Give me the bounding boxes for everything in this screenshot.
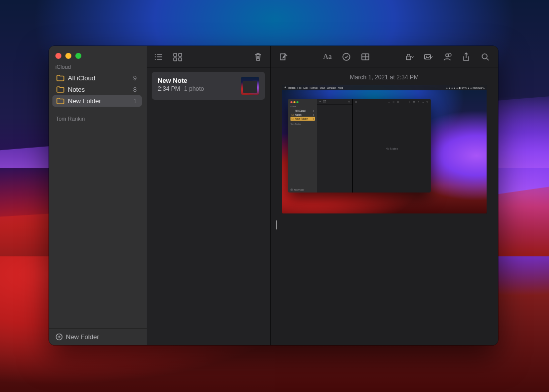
svg-rect-24: [409, 102, 410, 103]
close-button[interactable]: [55, 53, 61, 59]
sidebar: iCloud All iCloud 9 Notes 8 New Folder 1…: [49, 46, 147, 345]
new-folder-label: New Folder: [66, 333, 99, 341]
svg-rect-18: [325, 101, 326, 102]
note-time: 2:34 PM: [158, 85, 180, 92]
folder-count: 8: [133, 86, 137, 93]
svg-point-26: [418, 101, 419, 102]
svg-rect-7: [179, 58, 182, 61]
embedded-notes-window: iCloud All iCloud8 Notes8 New Folder0 To…: [288, 99, 431, 193]
sidebar-user-section: Tom Rankin: [55, 116, 142, 122]
svg-point-27: [427, 101, 428, 102]
list-view-button[interactable]: [154, 52, 164, 61]
apple-icon: [284, 86, 286, 89]
note-attachment-count: 1 photo: [184, 85, 204, 92]
notes-window: iCloud All iCloud 9 Notes 8 New Folder 1…: [49, 46, 498, 345]
window-controls: [49, 46, 147, 59]
svg-rect-17: [324, 101, 325, 102]
svg-rect-5: [179, 53, 182, 56]
folder-icon: [56, 75, 64, 81]
folder-notes[interactable]: Notes 8: [52, 84, 142, 95]
media-button[interactable]: [423, 52, 433, 61]
embedded-menubar: Notes File Edit Format View Window Help …: [282, 85, 487, 90]
table-button[interactable]: [360, 52, 370, 61]
folder-icon: [56, 86, 64, 93]
chevron-down-icon: [430, 55, 433, 59]
note-attachment-image[interactable]: Notes File Edit Format View Window Help …: [282, 85, 487, 213]
delete-note-button[interactable]: [253, 52, 263, 61]
note-list-item[interactable]: New Note 2:34 PM 1 photo: [152, 72, 265, 100]
editor-body[interactable]: March 1, 2021 at 2:34 PM Notes File Edit…: [271, 68, 498, 345]
svg-rect-25: [413, 101, 415, 103]
svg-point-3: [155, 59, 156, 60]
svg-point-15: [482, 54, 487, 59]
format-text-button[interactable]: Aa: [322, 52, 332, 61]
gallery-view-button[interactable]: [173, 52, 183, 61]
svg-point-12: [426, 56, 427, 57]
note-thumbnail: [241, 77, 259, 95]
note-date-label: March 1, 2021 at 2:34 PM: [350, 74, 419, 81]
folder-count: 9: [133, 74, 137, 82]
svg-rect-10: [406, 56, 411, 60]
svg-rect-4: [174, 53, 177, 56]
checklist-button[interactable]: [341, 52, 351, 61]
folder-label: All iCloud: [68, 74, 130, 82]
folder-new-folder[interactable]: New Folder 1: [52, 95, 142, 107]
svg-rect-23: [397, 101, 399, 103]
embedded-empty-text: No Notes: [353, 105, 431, 193]
folder-count: 1: [133, 97, 137, 105]
folder-all-icloud[interactable]: All iCloud 9: [52, 72, 142, 84]
editor-column: Aa: [271, 46, 498, 345]
note-list-column: New Note 2:34 PM 1 photo: [147, 46, 271, 345]
svg-point-22: [393, 101, 394, 103]
minimize-button[interactable]: [65, 53, 71, 59]
folder-label: Notes: [68, 86, 130, 93]
plus-circle-icon: [55, 333, 63, 341]
svg-point-1: [155, 54, 156, 55]
note-list-toolbar: [147, 46, 270, 68]
chevron-down-icon: [411, 55, 414, 59]
share-button[interactable]: [461, 52, 471, 61]
new-note-button[interactable]: [278, 52, 288, 61]
new-folder-button[interactable]: New Folder: [49, 328, 147, 345]
folder-label: New Folder: [68, 97, 130, 105]
note-title: New Note: [158, 77, 236, 84]
lock-note-button[interactable]: [404, 52, 414, 61]
svg-rect-20: [325, 102, 326, 103]
search-button[interactable]: [480, 52, 490, 61]
editor-toolbar: Aa: [271, 46, 498, 68]
svg-rect-21: [355, 101, 357, 103]
svg-point-2: [155, 56, 156, 57]
text-cursor: [276, 220, 277, 229]
svg-rect-6: [174, 58, 177, 61]
fullscreen-button[interactable]: [75, 53, 81, 59]
sidebar-section-label: iCloud: [55, 64, 142, 70]
folder-icon: [56, 98, 64, 104]
svg-rect-19: [324, 102, 325, 103]
collaborate-button[interactable]: [442, 52, 452, 61]
